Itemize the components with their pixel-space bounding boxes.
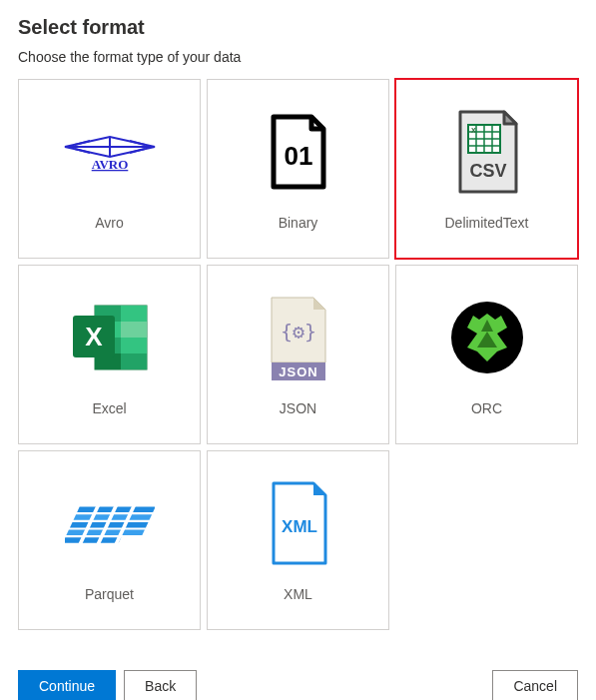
- format-tile-parquet[interactable]: Parquet: [18, 450, 201, 630]
- svg-rect-30: [65, 537, 121, 543]
- svg-text:{⚙}: {⚙}: [280, 320, 315, 344]
- format-label: JSON: [280, 400, 316, 416]
- format-grid: AVRO Avro 01 Binary: [18, 79, 578, 630]
- svg-rect-16: [121, 306, 147, 322]
- cancel-button[interactable]: Cancel: [492, 670, 578, 700]
- svg-text:01: 01: [284, 141, 312, 171]
- continue-button[interactable]: Continue: [18, 670, 116, 700]
- format-tile-json[interactable]: {⚙} JSON JSON: [207, 265, 389, 444]
- format-label: Binary: [279, 215, 318, 231]
- format-tile-xml[interactable]: XML XML: [207, 450, 389, 630]
- svg-text:XML: XML: [282, 517, 317, 536]
- svg-text:JSON: JSON: [279, 364, 317, 379]
- format-tile-binary[interactable]: 01 Binary: [207, 79, 389, 259]
- page-title: Select format: [18, 16, 578, 39]
- format-label: Excel: [92, 400, 126, 416]
- format-label: DelimitedText: [444, 215, 528, 231]
- svg-rect-18: [121, 338, 147, 353]
- svg-rect-19: [121, 353, 147, 369]
- xml-icon: XML: [249, 478, 348, 568]
- footer: Continue Back Cancel: [18, 670, 578, 700]
- svg-rect-17: [121, 322, 147, 338]
- format-label: XML: [284, 586, 312, 602]
- format-tile-orc[interactable]: ORC: [395, 265, 578, 444]
- csv-icon: X CSV: [437, 107, 537, 197]
- format-tile-delimitedtext[interactable]: X CSV DelimitedText: [395, 79, 578, 259]
- json-icon: {⚙} JSON: [249, 293, 348, 382]
- format-tile-avro[interactable]: AVRO Avro: [18, 79, 201, 259]
- format-label: Avro: [95, 215, 124, 231]
- format-label: ORC: [471, 400, 502, 416]
- back-button[interactable]: Back: [124, 670, 197, 700]
- binary-icon: 01: [249, 107, 348, 197]
- avro-icon: AVRO: [60, 107, 160, 197]
- format-label: Parquet: [85, 586, 134, 602]
- page-subtitle: Choose the format type of your data: [18, 49, 578, 65]
- format-tile-excel[interactable]: X Excel: [18, 265, 201, 444]
- parquet-icon: [60, 478, 160, 568]
- svg-text:CSV: CSV: [469, 161, 506, 181]
- svg-text:X: X: [471, 127, 476, 134]
- svg-text:X: X: [85, 322, 103, 351]
- excel-icon: X: [60, 293, 160, 382]
- svg-text:AVRO: AVRO: [91, 157, 128, 172]
- orc-icon: [437, 293, 537, 382]
